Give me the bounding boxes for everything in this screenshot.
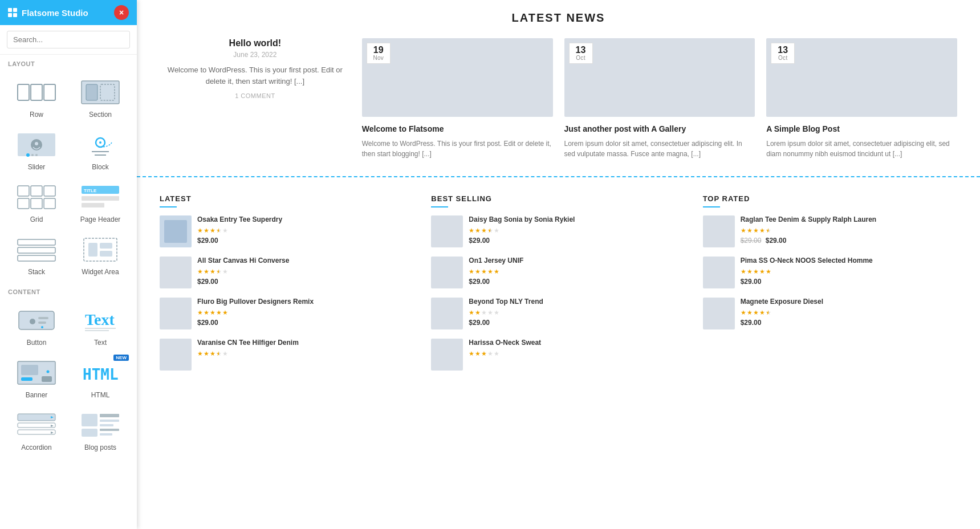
- svg-point-10: [31, 154, 34, 156]
- best-selling-title: BEST SELLING: [431, 194, 685, 203]
- svg-rect-49: [18, 414, 55, 421]
- logo: Flatsome Studio: [8, 8, 88, 18]
- svg-marker-52: [51, 425, 54, 427]
- sidebar-item-html[interactable]: NEW HTML HTML: [68, 351, 132, 404]
- first-post-title: Hello world!: [229, 38, 282, 48]
- product-info: On1 Jersey UNIF ★ ★ ★ ★ ★ $29.00: [469, 257, 685, 286]
- product-thumb: [431, 298, 463, 329]
- sidebar-item-block[interactable]: Block: [68, 123, 132, 176]
- svg-text:TITLE: TITLE: [84, 188, 97, 193]
- product-thumb: [431, 339, 463, 371]
- studio-title: Flatsome Studio: [22, 8, 88, 18]
- post-excerpt-0: Welcome to WordPress. This is your first…: [362, 139, 553, 159]
- text-icon: Text: [78, 304, 123, 336]
- svg-rect-21: [44, 198, 55, 209]
- sidebar-item-row[interactable]: Row: [5, 71, 68, 123]
- sidebar-item-section[interactable]: Section: [68, 71, 132, 123]
- product-item: Varanise CN Tee Hilfiger Denim ★ ★ ★ ★ ★: [160, 339, 414, 371]
- svg-rect-16: [18, 186, 29, 196]
- widget-area-icon: [78, 234, 123, 266]
- product-stars: ★ ★ ★ ★ ★: [741, 268, 957, 275]
- first-post-excerpt: Welcome to WordPress. This is your first…: [160, 64, 351, 87]
- search-input[interactable]: [7, 31, 130, 48]
- product-info: Harissa O-Neck Sweat ★ ★ ★ ★ ★: [469, 339, 685, 360]
- product-price: $29.00: [197, 237, 414, 245]
- product-thumb: [703, 257, 735, 288]
- product-info: Fluro Big Pullover Designers Remix ★ ★ ★…: [197, 298, 414, 327]
- post-excerpt-2: Lorem ipsum dolor sit amet, consectetuer…: [766, 139, 957, 159]
- latest-title: LATEST: [160, 194, 414, 203]
- close-button[interactable]: ×: [114, 5, 129, 20]
- product-info: All Star Canvas Hi Converse ★ ★ ★ ★ ★ $2…: [197, 257, 414, 286]
- accordion-icon: [14, 409, 59, 441]
- product-name: Beyond Top NLY Trend: [469, 298, 685, 307]
- sidebar-item-slider[interactable]: Slider: [5, 123, 68, 176]
- slider-label: Slider: [28, 163, 46, 171]
- svg-rect-51: [18, 423, 55, 428]
- button-label: Button: [27, 339, 47, 347]
- product-item: Harissa O-Neck Sweat ★ ★ ★ ★ ★: [431, 339, 685, 371]
- product-name: Pima SS O-Neck NOOS Selected Homme: [741, 257, 957, 266]
- product-item: On1 Jersey UNIF ★ ★ ★ ★ ★ $29.00: [431, 257, 685, 288]
- svg-rect-36: [38, 317, 48, 319]
- svg-point-46: [47, 371, 50, 373]
- product-item: Beyond Top NLY Trend ★ ★ ★ ★ ★ $29.00: [431, 298, 685, 329]
- product-col-top-rated: TOP RATED Raglan Tee Denim & Supply Ralp…: [703, 194, 957, 380]
- svg-rect-59: [82, 429, 97, 437]
- product-item: Osaka Entry Tee Superdry ★ ★ ★ ★ ★ $29.0…: [160, 215, 414, 247]
- svg-rect-31: [100, 243, 112, 249]
- sidebar-item-stack[interactable]: Stack: [5, 228, 68, 280]
- svg-rect-30: [88, 243, 97, 257]
- product-thumb: [160, 298, 192, 329]
- month-0: Nov: [368, 55, 389, 61]
- accordion-label: Accordion: [21, 443, 51, 451]
- sidebar-item-banner[interactable]: Banner: [5, 351, 68, 404]
- svg-rect-0: [18, 84, 29, 100]
- news-card-1: 13 Oct Just another post with A Gallery …: [564, 38, 755, 159]
- sidebar-item-page-header[interactable]: TITLE Page Header: [68, 176, 132, 228]
- top-rated-title: TOP RATED: [703, 194, 957, 203]
- latest-news-title: LATEST NEWS: [160, 11, 957, 25]
- svg-rect-37: [38, 322, 46, 324]
- first-post-date: June 23, 2022: [233, 51, 276, 59]
- date-badge-1: 13 Oct: [569, 43, 593, 64]
- page-header-icon: TITLE: [78, 181, 123, 213]
- sidebar-item-grid[interactable]: Grid: [5, 176, 68, 228]
- product-stars: ★ ★ ★ ★ ★: [469, 268, 685, 275]
- svg-rect-47: [42, 376, 52, 382]
- product-name: Harissa O-Neck Sweat: [469, 339, 685, 348]
- section-icon: [78, 76, 123, 108]
- product-price: $29.00: [469, 278, 685, 286]
- svg-rect-61: [100, 433, 112, 436]
- product-stars: ★ ★ ★ ★ ★: [469, 309, 685, 316]
- blog-posts-icon: [78, 409, 123, 441]
- layout-items: Row Section: [0, 71, 137, 283]
- post-title-0: Welcome to Flatsome: [362, 124, 553, 134]
- svg-point-13: [99, 141, 101, 144]
- svg-rect-18: [44, 186, 55, 196]
- sidebar-item-accordion[interactable]: Accordion: [5, 404, 68, 456]
- latest-news-section: LATEST NEWS Hello world! June 23, 2022 W…: [137, 0, 980, 177]
- product-item: All Star Canvas Hi Converse ★ ★ ★ ★ ★ $2…: [160, 257, 414, 288]
- product-name: Raglan Tee Denim & Supply Ralph Lauren: [741, 215, 957, 225]
- news-grid: Hello world! June 23, 2022 Welcome to Wo…: [160, 38, 957, 159]
- block-label: Block: [92, 163, 108, 171]
- news-image-0: 19 Nov: [362, 38, 553, 117]
- svg-point-11: [35, 154, 38, 156]
- svg-point-38: [41, 326, 43, 328]
- product-price: $29.00: [469, 237, 685, 245]
- sidebar-header: Flatsome Studio ×: [0, 0, 137, 25]
- svg-rect-45: [21, 377, 32, 381]
- text-label: Text: [94, 339, 107, 347]
- sidebar-item-button[interactable]: Button: [5, 299, 68, 351]
- day-1: 13: [571, 46, 591, 55]
- post-title-1: Just another post with A Gallery: [564, 124, 755, 134]
- product-stars: ★ ★ ★ ★ ★: [197, 268, 414, 275]
- sidebar-item-blog-posts[interactable]: Blog posts: [68, 404, 132, 456]
- product-info: Beyond Top NLY Trend ★ ★ ★ ★ ★ $29.00: [469, 298, 685, 327]
- product-price: $29.00: [741, 278, 957, 286]
- sidebar-item-widget-area[interactable]: Widget Area: [68, 228, 132, 280]
- sidebar-item-text[interactable]: Text Text: [68, 299, 132, 351]
- svg-rect-20: [31, 198, 42, 209]
- section-label: Section: [89, 111, 112, 119]
